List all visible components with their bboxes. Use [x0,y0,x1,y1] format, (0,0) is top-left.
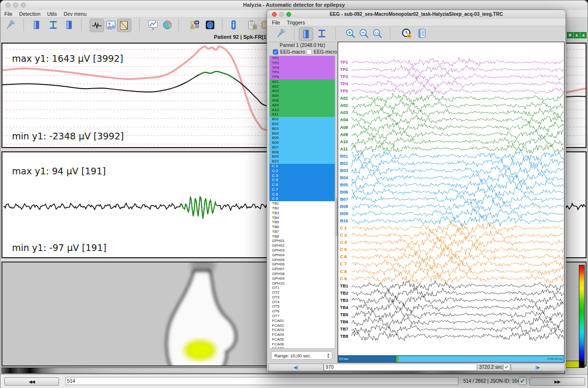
menu-utils[interactable]: Utils [47,11,57,17]
main-titlebar[interactable]: Halyzia - Automatic detector for epileps… [0,0,588,11]
channel-item-c6[interactable]: C 6 [270,183,335,187]
operator-icon[interactable] [188,19,200,31]
channel-item-gph04[interactable]: GPH04 [270,253,335,258]
menu-detection[interactable]: Detection [19,11,40,17]
channel-item-fca01[interactable]: FCA01 [270,319,335,323]
range-field[interactable]: Range: 10,00 sec. ▲▼ [271,351,332,360]
time-position-input[interactable] [324,364,477,371]
channel-item-gph10[interactable]: GPH10 [270,281,335,286]
ibeam-icon[interactable] [316,28,328,39]
channel-item-ot7[interactable]: OT7 [270,314,335,319]
channel-item-a02[interactable]: A02 [270,84,335,89]
channel-item-gph09[interactable]: GPH09 [270,276,335,281]
validate-checkbox[interactable]: ✔ [518,377,527,385]
channel-item-fca05[interactable]: FCA05 [270,337,335,342]
pushpin-icon[interactable] [4,19,16,31]
channel-item-b08[interactable]: B08 [270,150,335,155]
channel-item-fca06[interactable]: FCA06 [270,342,335,347]
channel-item-a10[interactable]: A10 [270,108,335,113]
channel-item-a11[interactable]: A11 [270,112,335,117]
channel-item-gph01[interactable]: GPH01 [270,239,335,243]
zoom-out-icon[interactable] [358,28,370,39]
channel-item-ot4[interactable]: OT4 [270,300,335,305]
page-back-button[interactable]: ◀| [268,364,324,371]
channel-item-tb8[interactable]: TB8 [270,234,335,239]
zoom-1-1-icon[interactable]: 1:1 [372,28,383,39]
channel-item-tb5[interactable]: TB5 [270,220,335,225]
channel-list[interactable]: TP1TP2TP3TP4TP5A01A02A03A04A08A09A10A11B… [269,56,335,349]
channel-item-a04[interactable]: A04 [270,93,335,98]
channel-item-b09[interactable]: B09 [270,154,335,159]
pie-chart-icon[interactable] [162,19,173,31]
next-spike-button[interactable]: ▶▶ [529,377,585,386]
channel-item-c9[interactable]: C 9 [270,196,335,201]
channel-item-c8[interactable]: C 8 [270,192,335,197]
channel-item-fca03[interactable]: FCA03 [270,328,335,332]
zoom-in-icon[interactable] [345,28,356,39]
ibeam-icon[interactable] [47,19,59,31]
channel-item-a03[interactable]: A03 [270,89,335,93]
image-icon[interactable] [105,19,117,31]
channel-item-gph02[interactable]: GPH02 [270,243,335,248]
channel-item-c3[interactable]: C 3 [270,173,335,178]
channel-item-ot2[interactable]: OT2 [270,290,335,295]
line-chart-icon[interactable] [147,19,159,31]
channel-item-tb7[interactable]: TB7 [270,229,335,234]
channel-item-ot5[interactable]: OT5 [270,304,335,309]
channel-item-tb1[interactable]: TB1 [270,201,335,206]
channel-item-tp3[interactable]: TP3 [270,66,335,70]
channel-item-tb6[interactable]: TB6 [270,225,335,229]
channel-item-tp1[interactable]: TP1 [270,56,335,61]
eeg-micro-checkbox[interactable] [306,49,312,55]
channel-item-tp2[interactable]: TP2 [270,61,335,66]
scroll-remaining[interactable]: 3720.25 sec [399,356,564,362]
eeg-trace-area[interactable]: TP1TP2TP3TP4TP5A01A02A03A04A08A09A10A11B… [338,42,564,363]
record-dot-button[interactable]: ● [567,32,573,38]
channel-item-a01[interactable]: A01 [270,80,335,84]
channel-item-b02[interactable]: B02 [270,122,335,126]
channel-item-gph05[interactable]: GPH05 [270,258,335,262]
channel-item-fca02[interactable]: FCA02 [270,323,335,328]
channel-item-b05[interactable]: B05 [270,136,335,140]
channel-item-gph07[interactable]: GPH07 [270,267,335,272]
prev-spike-button[interactable]: ◀◀ [4,377,59,386]
notes-icon[interactable] [416,28,428,39]
channel-item-ot1[interactable]: OT1 [270,285,335,290]
range-stepper[interactable]: ▲▼ [326,353,331,359]
channel-item-b04[interactable]: B04 [270,131,335,136]
time-scrollbar[interactable]: 0.0 sec 3720.25 sec [338,355,564,362]
menu-file[interactable]: File [4,11,12,17]
channel-item-ot6[interactable]: OT6 [270,309,335,314]
spike-index-input[interactable] [65,377,459,385]
column-icon[interactable] [31,19,42,31]
channel-item-a08[interactable]: A08 [270,98,335,103]
clipboard-icon[interactable] [247,19,258,31]
channel-item-b03[interactable]: B03 [270,126,335,131]
channel-item-c5[interactable]: C 5 [270,178,335,183]
info-icon[interactable] [228,19,239,31]
menu-dev-menu[interactable]: Dev menu [64,11,87,17]
clock-minus-icon[interactable] [401,28,412,39]
channel-item-tb3[interactable]: TB3 [270,211,335,216]
channel-item-fca07[interactable]: FCA07 [270,346,335,349]
page-forward-button[interactable]: |▶ [511,364,564,371]
eeg-titlebar[interactable]: EEG - sub-092_ses-MacroMonopolar02_task-… [267,10,565,19]
spike-wave-icon[interactable] [90,19,104,32]
channel-item-c2[interactable]: C 2 [270,169,335,173]
channel-item-gph03[interactable]: GPH03 [270,248,335,253]
channel-item-b01[interactable]: B01 [270,117,335,122]
eeg-validate-checkbox[interactable]: ✔ [503,364,510,371]
channel-item-gph06[interactable]: GPH06 [270,262,335,267]
eeg-macro-checkbox[interactable]: ✓ [273,49,278,55]
pushpin-icon[interactable] [275,28,286,39]
arrow-up-button[interactable]: ▲ [574,32,580,38]
channel-item-c1[interactable]: C 1 [270,164,335,169]
channel-item-b10[interactable]: B10 [270,159,335,164]
channel-item-gph08[interactable]: GPH08 [270,272,335,276]
menu-triggers[interactable]: Triggers [287,20,305,25]
channel-item-b07[interactable]: B07 [270,145,335,150]
channel-item-tb2[interactable]: TB2 [270,206,335,211]
column-icon[interactable] [299,27,313,41]
channel-item-tp5[interactable]: TP5 [270,75,335,80]
channel-item-tp4[interactable]: TP4 [270,70,335,75]
